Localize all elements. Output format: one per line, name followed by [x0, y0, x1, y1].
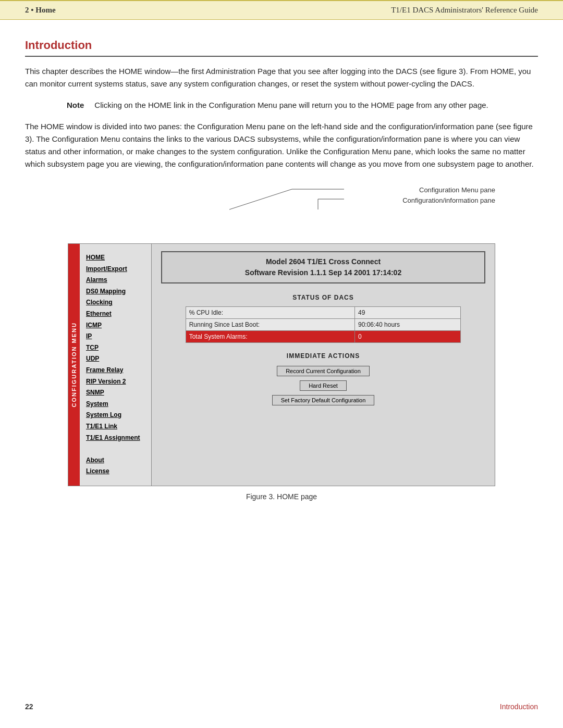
footer: 22 Introduction — [0, 701, 563, 712]
sidebar-link-udp[interactable]: UDP — [86, 353, 147, 365]
actions-title: Immediate Actions — [161, 351, 485, 361]
sidebar-link-t1/e1-assignment[interactable]: T1/E1 Assignment — [86, 433, 147, 444]
config-sidebar: Configuration Menu HOMEImport/ExportAlar… — [68, 244, 152, 486]
section-heading: Introduction — [25, 36, 538, 57]
status-row-1: Running Since Last Boot:90:06:40 hours — [186, 319, 461, 331]
status-value-1: 90:06:40 hours — [354, 319, 460, 331]
note-block: Note Clicking on the HOME link in the Co… — [67, 100, 507, 112]
sidebar-link-ethernet[interactable]: Ethernet — [86, 309, 147, 320]
svg-line-1 — [229, 189, 292, 209]
figure-area: Configuration Menu pane Configuration/in… — [68, 181, 495, 502]
page: 2 • Home T1/E1 DACS Administrators' Refe… — [0, 0, 563, 728]
sidebar-link-t1/e1-link[interactable]: T1/E1 Link — [86, 421, 147, 433]
status-value-0: 49 — [354, 307, 460, 319]
action-btn-1[interactable]: Hard Reset — [300, 380, 347, 391]
note-text: Clicking on the HOME link in the Configu… — [94, 100, 488, 112]
header-bar: 2 • Home T1/E1 DACS Administrators' Refe… — [0, 0, 563, 20]
sidebar-link-clocking[interactable]: Clocking — [86, 297, 147, 309]
status-table: % CPU Idle:49Running Since Last Boot:90:… — [186, 306, 461, 343]
figure-main: Model 2604 T1/E1 Cross Connect Software … — [152, 244, 495, 486]
sidebar-label-bar: Configuration Menu — [68, 244, 80, 486]
intro-paragraph2: The HOME window is divided into two pane… — [25, 120, 538, 170]
sidebar-label-text: Configuration Menu — [70, 322, 79, 408]
sidebar-link-ds0-mapping[interactable]: DS0 Mapping — [86, 286, 147, 298]
note-label: Note — [67, 100, 84, 112]
status-title: Status of DACS — [161, 293, 485, 302]
sidebar-link-icmp[interactable]: ICMP — [86, 320, 147, 331]
header-title: T1/E1 DACS Administrators' Reference Gui… — [391, 4, 538, 16]
actions-section: Immediate Actions Record Current Configu… — [161, 351, 485, 405]
model-header: Model 2604 T1/E1 Cross Connect Software … — [161, 251, 485, 283]
action-btn-0[interactable]: Record Current Configuration — [277, 366, 370, 376]
model-line2: Software Revision 1.1.1 Sep 14 2001 17:1… — [168, 267, 478, 278]
sidebar-link-system[interactable]: System — [86, 399, 147, 410]
callout-config-menu: Configuration Menu pane — [419, 185, 495, 195]
status-label-0: % CPU Idle: — [186, 307, 354, 319]
status-label-1: Running Since Last Boot: — [186, 319, 354, 331]
sidebar-link-frame-relay[interactable]: Frame Relay — [86, 365, 147, 376]
sidebar-link-home[interactable]: HOME — [86, 252, 147, 264]
sidebar-link-license[interactable]: License — [86, 466, 147, 477]
status-row-0: % CPU Idle:49 — [186, 307, 461, 319]
sidebar-link-system-log[interactable]: System Log — [86, 410, 147, 421]
sidebar-link-alarms[interactable]: Alarms — [86, 275, 147, 286]
sidebar-link-import/export[interactable]: Import/Export — [86, 264, 147, 275]
intro-paragraph1: This chapter describes the HOME window—t… — [25, 65, 538, 90]
callout-labels: Configuration Menu pane Configuration/in… — [68, 181, 495, 212]
header-chapter: 2 • Home — [25, 4, 56, 16]
model-line1: Model 2604 T1/E1 Cross Connect — [168, 256, 478, 267]
sidebar-link-snmp[interactable]: SNMP — [86, 387, 147, 399]
callout-config-info: Configuration/information pane — [402, 195, 495, 206]
status-value-2: 0 — [354, 331, 460, 343]
sidebar-link-about[interactable]: About — [86, 455, 147, 466]
sidebar-link-rip-version-2[interactable]: RIP Version 2 — [86, 376, 147, 388]
figure-caption: Figure 3. HOME page — [68, 491, 495, 502]
home-page-figure: Configuration Menu HOMEImport/ExportAlar… — [68, 243, 495, 486]
main-content: Introduction This chapter describes the … — [0, 36, 563, 523]
status-row-2: Total System Alarms:0 — [186, 331, 461, 343]
sidebar-link-ip[interactable]: IP — [86, 331, 147, 342]
status-label-2: Total System Alarms: — [186, 331, 354, 343]
action-btn-2[interactable]: Set Factory Default Configuration — [272, 395, 375, 405]
status-section: Status of DACS % CPU Idle:49Running Sinc… — [161, 293, 485, 343]
action-buttons: Record Current ConfigurationHard ResetSe… — [161, 366, 485, 405]
footer-page-number: 22 — [25, 701, 33, 712]
sidebar-link-tcp[interactable]: TCP — [86, 342, 147, 354]
sidebar-links: HOMEImport/ExportAlarmsDS0 MappingClocki… — [82, 249, 151, 480]
footer-section: Introduction — [500, 701, 538, 712]
